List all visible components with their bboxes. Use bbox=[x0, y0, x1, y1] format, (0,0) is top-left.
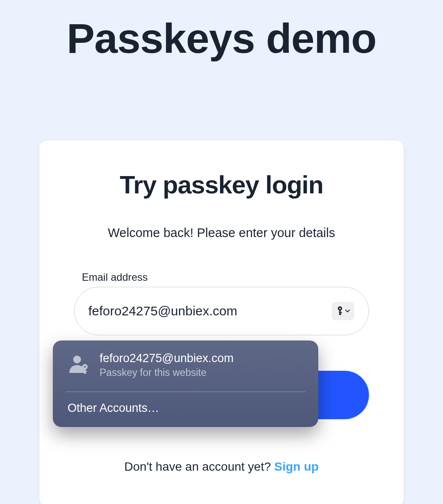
svg-point-7 bbox=[84, 366, 86, 368]
autofill-entry[interactable]: feforo24275@unbiex.com Passkey for this … bbox=[53, 340, 318, 386]
autofill-text: feforo24275@unbiex.com Passkey for this … bbox=[100, 352, 304, 379]
signup-prompt: Don't have an account yet? bbox=[124, 460, 274, 473]
email-label: Email address bbox=[82, 271, 369, 283]
chevron-down-icon bbox=[345, 309, 350, 313]
signup-row: Don't have an account yet? Sign up bbox=[74, 460, 369, 474]
card-subtitle: Welcome back! Please enter your details bbox=[74, 226, 369, 240]
key-icon bbox=[336, 306, 344, 316]
other-accounts-button[interactable]: Other Accounts… bbox=[53, 392, 318, 427]
svg-rect-9 bbox=[84, 371, 87, 372]
passkey-dropdown-button[interactable] bbox=[332, 302, 354, 320]
svg-rect-3 bbox=[339, 312, 342, 313]
login-card: Try passkey login Welcome back! Please e… bbox=[39, 141, 404, 504]
email-input-wrap bbox=[74, 287, 369, 335]
autofill-primary: feforo24275@unbiex.com bbox=[100, 352, 304, 365]
autofill-secondary: Passkey for this website bbox=[100, 367, 304, 379]
svg-rect-10 bbox=[84, 372, 86, 374]
svg-point-5 bbox=[73, 356, 81, 363]
form-section: Email address bbox=[74, 271, 369, 474]
svg-rect-4 bbox=[339, 314, 341, 315]
email-field[interactable] bbox=[74, 287, 369, 335]
signup-link[interactable]: Sign up bbox=[274, 460, 319, 473]
page-title: Passkeys demo bbox=[0, 0, 443, 63]
user-passkey-icon bbox=[68, 354, 91, 376]
svg-point-1 bbox=[339, 308, 341, 309]
passkey-autofill-popup: feforo24275@unbiex.com Passkey for this … bbox=[53, 340, 318, 427]
card-title: Try passkey login bbox=[74, 170, 369, 199]
